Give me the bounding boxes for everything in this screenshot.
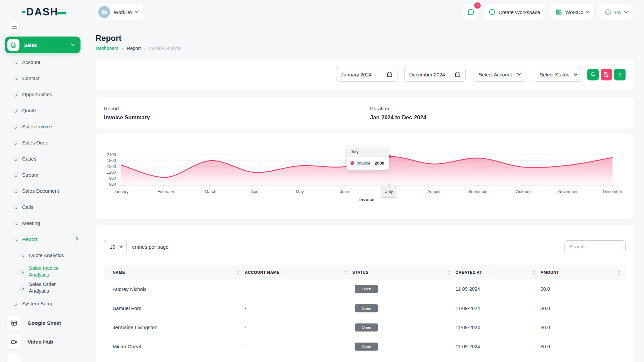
download-icon [617,72,623,77]
bullet-icon [19,285,25,291]
workspace-switcher[interactable]: WorkDo [96,4,143,20]
invoice-chart-card: 6009001200150018002100JanuaryFebruaryMar… [96,133,634,219]
tooltip-title: July [347,147,389,157]
sidebar-item-quote-analytics[interactable]: Quote Analytics [5,247,80,263]
column-header-status[interactable]: STATUS [352,265,455,280]
create-workspace-label: Create Workspace [498,9,540,15]
sidebar-item-label: Stream [22,172,38,178]
chart-crosshair-label: July [381,186,397,198]
bullet-icon [13,301,18,307]
sidebar-item-quote[interactable]: Quote [5,103,80,119]
account-select[interactable]: Select Account [474,67,525,82]
sidebar-section-sales[interactable]: Sales [5,37,80,53]
sidebar-item-cases[interactable]: Cases [5,151,80,167]
svg-text:January: January [114,189,129,194]
sidebar-item-sales-order[interactable]: Sales Order [5,135,80,151]
chevron-down-icon [135,9,138,13]
svg-text:Invoice: Invoice [359,197,374,202]
chart-tooltip: July Invoice: 2000 [346,147,389,170]
svg-text:900: 900 [109,176,116,181]
sidebar-item-calls[interactable]: Calls [5,199,80,215]
cell-name: Audrey Nichols [104,280,245,299]
report-label: Report : [104,106,370,111]
bullet-icon [13,92,18,98]
status-select-value: Select Status [540,72,569,77]
sidebar-item-sales-order-analytics[interactable]: Sales Order Analytics [5,280,80,296]
sidebar-item-contact[interactable]: Contact [5,70,80,86]
column-label: STATUS [352,270,369,275]
download-button[interactable] [614,69,626,80]
sidebar-item-account[interactable]: Account [5,54,80,70]
plus-circle-icon [489,9,495,15]
svg-text:2100: 2100 [107,153,116,157]
chevron-down-icon [119,244,123,248]
logo-text: DASH [26,6,58,18]
column-header-amount[interactable]: AMOUNT [541,265,626,280]
messages-button[interactable]: 0 [463,4,479,20]
page-size-value: 10 [110,244,115,250]
column-label: ACCOUNT NAME [245,270,279,275]
cell-created-at: 11-09-2024 [455,280,540,299]
sidebar-item-opportunities[interactable]: Opportunities [5,86,80,103]
create-workspace-button[interactable]: Create Workspace [483,4,545,20]
table-row[interactable]: Samuel Ford-Open11-09-2024$0.0 [104,299,626,318]
bullet-icon [13,221,18,226]
app-icon [7,354,21,362]
sidebar-app-google-sheet[interactable]: Google Sheet [7,316,87,330]
sidebar-item-label: Quote Analytics [29,252,64,259]
cell-name: Micah Oneal [104,337,245,356]
language-selector[interactable]: EN [599,4,633,20]
table-row[interactable]: Micah Oneal-Open11-09-2024$0.0 [104,337,626,356]
sidebar-item-system-setup[interactable]: System Setup [5,296,80,312]
breadcrumb-report[interactable]: Report [127,46,141,51]
bullet-icon [13,108,18,114]
svg-text:1200: 1200 [107,170,116,175]
chevron-down-icon [586,9,589,13]
search-input[interactable] [564,240,626,253]
sidebar-item-label: Sales Order Analytics [29,281,75,295]
bullet-icon [13,140,18,146]
column-header-name[interactable]: NAME [104,265,245,280]
sidebar-item-label: Sales Invoice [22,123,52,130]
sidebar-item-meeting[interactable]: Meeting [5,215,80,231]
status-select[interactable]: Select Status [535,67,582,82]
sidebar-item-label: Contact [22,75,40,82]
bullet-icon [13,60,18,65]
breadcrumb-dashboard[interactable]: Dashboard [96,46,119,51]
sidebar-app-video-hub[interactable]: Video Hub [7,335,87,349]
sidebar-item-label: Calls [22,204,33,210]
status-badge: Open [355,304,378,312]
globe-icon [604,9,611,16]
crosshair-month: July [385,189,393,194]
duration-value: Jan-2024 to Dec-2024 [370,114,426,121]
entries-per-page-label: entries per page [132,244,168,250]
cell-account-name: - [245,337,352,356]
sidebar-item-report[interactable]: Report [5,231,80,247]
app-menu-button[interactable]: WorkDo [550,4,594,20]
apply-search-button[interactable] [587,69,599,80]
sidebar-menu: AccountContactOpportunitiesQuoteSales In… [5,54,80,312]
filter-bar: January 2024 December 2024 Select Accoun… [96,59,634,90]
sidebar-app-partial[interactable] [7,354,87,362]
column-header-created-at[interactable]: CREATED AT [455,265,540,280]
sidebar-item-sales-document[interactable]: Sales Document [5,183,80,199]
chevron-down-icon [574,72,577,75]
chevron-right-icon [74,237,78,240]
page-size-select[interactable]: 10 [104,240,127,253]
sidebar-item-stream[interactable]: Stream [5,167,80,183]
table-row[interactable]: Jermaine Livingston-Open11-09-2024$0.0 [104,318,626,337]
sidebar-item-sales-invoice-analytics[interactable]: Sales Invoice Analytics [5,263,80,280]
date-to-input[interactable]: December 2024 [404,67,466,82]
clear-filter-button[interactable] [601,69,612,80]
column-header-account-name[interactable]: ACCOUNT NAME [245,265,352,280]
svg-text:August: August [427,189,440,194]
sidebar-toggle-button[interactable] [9,22,19,34]
report-value: Invoice Summary [104,114,370,121]
date-from-input[interactable]: January 2024 [336,67,397,82]
column-label: CREATED AT [455,270,482,275]
table-row[interactable]: Audrey Nichols-Open11-09-2024$0.0 [104,280,626,299]
bullet-icon [19,269,25,275]
top-header: DASH WorkDo 0 [0,0,644,24]
column-label: NAME [113,270,125,275]
sidebar-item-sales-invoice[interactable]: Sales Invoice [5,119,80,135]
